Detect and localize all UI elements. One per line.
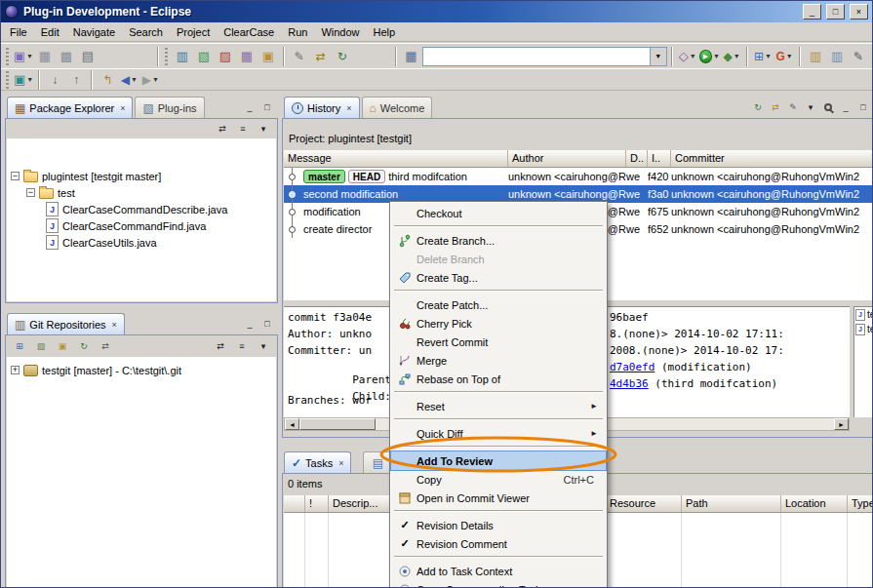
annotate-button[interactable]: ✎ — [289, 46, 310, 67]
minimize-view-button[interactable]: _ — [838, 99, 853, 114]
link-with-editor-button[interactable]: ⇄ — [215, 122, 230, 137]
menu-item-open-in-commit-viewer[interactable]: Open in Commit Viewer — [391, 489, 606, 507]
menu-item-reset[interactable]: Reset► — [391, 397, 606, 415]
refresh-button[interactable]: ↻ — [76, 339, 92, 354]
scroll-right-arrow[interactable]: ► — [834, 418, 849, 430]
column-header-date[interactable]: D.. — [626, 150, 648, 167]
collapse-all-button[interactable]: ≡ — [235, 122, 251, 137]
column-header-committer[interactable]: Committer — [671, 150, 872, 167]
collapse-toggle-icon[interactable]: − — [26, 188, 35, 197]
library2-button[interactable]: ▥ — [826, 46, 848, 67]
back-button[interactable]: ◀▼ — [118, 69, 139, 91]
menu-item-cherry-pick[interactable]: Cherry Pick — [391, 314, 606, 333]
tree-item-file[interactable]: J ClearCaseCommandFind.java — [7, 217, 276, 234]
debug-button[interactable]: ◆▼ — [721, 46, 742, 67]
filter-button[interactable]: ✎ — [785, 99, 801, 114]
tab-plugins[interactable]: ▧ Plug-ins — [135, 97, 204, 118]
toolbar-grip[interactable] — [165, 48, 168, 65]
menu-item-create-patch[interactable]: Create Patch... — [391, 295, 606, 314]
tree-item-project[interactable]: − plugintest [testgit master] — [7, 168, 276, 184]
column-header-resource[interactable]: Resource — [606, 495, 682, 512]
collapse-toggle-icon[interactable]: − — [11, 172, 20, 180]
menu-item-open-corresponding-task[interactable]: Open Corresponding Task — [391, 580, 606, 588]
java-browsing-button[interactable]: ▣▼ — [13, 69, 34, 91]
minimize-view-button[interactable]: _ — [242, 316, 258, 331]
menu-item-add-to-task-context[interactable]: Add to Task Context — [391, 562, 606, 580]
clearcase-update-button[interactable]: ▥ — [172, 46, 193, 67]
tab-git-repositories[interactable]: ▥ Git Repositories × — [7, 313, 125, 334]
external-tools-button[interactable]: ◇▼ — [677, 46, 698, 67]
column-header-priority[interactable]: ! — [305, 495, 329, 512]
column-header-path[interactable]: Path — [682, 495, 781, 512]
menu-run[interactable]: Run — [281, 23, 314, 41]
tree-item-file[interactable]: J ClearCaseUtils.java — [7, 234, 276, 251]
changed-file-item[interactable]: Jtes — [854, 322, 873, 336]
tab-close-icon[interactable]: × — [346, 103, 351, 113]
menu-item-revision-comment[interactable]: ✓Revision Comment — [391, 534, 606, 553]
parent-commit-link[interactable]: d7a0efd — [610, 361, 655, 373]
search-button[interactable] — [820, 99, 836, 114]
previous-annotation-button[interactable]: ↑ — [65, 69, 87, 91]
column-header-author[interactable]: Author — [508, 150, 626, 167]
column-header-message[interactable]: Message — [284, 150, 508, 167]
create-repository-button[interactable]: ▣ — [55, 339, 70, 354]
tab-problems[interactable]: ▤ — [363, 451, 392, 473]
minimize-button[interactable]: _ — [803, 4, 821, 20]
git-button[interactable]: G▼ — [774, 46, 795, 67]
forward-button[interactable]: ▶▼ — [139, 69, 161, 91]
column-header-type[interactable]: Type — [848, 495, 872, 512]
tree-item-folder[interactable]: − test — [7, 184, 276, 201]
maximize-view-button[interactable]: □ — [855, 99, 871, 114]
scroll-left-arrow[interactable]: ◄ — [285, 418, 299, 430]
add-repository-button[interactable]: ⊞ — [12, 339, 27, 354]
view-menu-button[interactable]: ▾ — [256, 339, 271, 354]
tab-close-icon[interactable]: × — [120, 103, 125, 113]
maximize-view-button[interactable]: □ — [259, 99, 275, 114]
table-row[interactable]: master HEAD third modifcation unknown <c… — [284, 168, 872, 185]
link-with-selection-button[interactable]: ⇄ — [213, 339, 228, 354]
refresh-button[interactable]: ↻ — [332, 46, 353, 67]
tree-item-file[interactable]: J ClearCaseCommandDescribe.java — [7, 201, 276, 217]
clearcase-checkin-button[interactable]: ▧ — [193, 46, 215, 67]
menu-navigate[interactable]: Navigate — [66, 23, 122, 41]
view-menu-button[interactable]: ▾ — [803, 99, 818, 114]
tab-tasks[interactable]: ✓ Tasks × — [284, 451, 351, 473]
library-button[interactable]: ▥ — [805, 46, 826, 67]
menu-clearcase[interactable]: ClearCase — [217, 23, 281, 41]
next-annotation-button[interactable]: ↓ — [44, 69, 65, 91]
toolbar-grip[interactable] — [6, 48, 9, 65]
combo-dropdown-button[interactable]: ▼ — [650, 48, 666, 65]
clearcase-undo-checkout-button[interactable]: ▦ — [236, 46, 258, 67]
tab-welcome[interactable]: ⌂ Welcome — [362, 97, 433, 118]
menu-file[interactable]: File — [3, 23, 34, 41]
combo-input[interactable] — [423, 48, 650, 65]
menu-item-rebase[interactable]: Rebase on Top of — [391, 370, 606, 388]
maximize-view-button[interactable]: □ — [259, 316, 275, 331]
hierarchy-toggle-button[interactable]: ⇄ — [98, 339, 113, 354]
compare-mode-button[interactable]: ⇄ — [768, 99, 783, 114]
junit-button[interactable]: ⊞▼ — [752, 46, 774, 67]
menu-help[interactable]: Help — [367, 23, 403, 41]
menu-window[interactable]: Window — [314, 23, 366, 41]
clearcase-checkout-button[interactable]: ▨ — [215, 46, 236, 67]
compare-button[interactable]: ⇄ — [310, 46, 332, 67]
tree-item-repository[interactable]: + testgit [master] - C:\testgit\.git — [7, 362, 276, 378]
close-button[interactable]: × — [850, 4, 868, 20]
tab-package-explorer[interactable]: ▦ Package Explorer × — [7, 97, 133, 118]
run-button[interactable]: ▶▼ — [698, 46, 721, 67]
column-header-location[interactable]: Location — [781, 495, 848, 512]
tab-close-icon[interactable]: × — [112, 320, 117, 330]
toolbar-grip[interactable] — [6, 71, 9, 89]
clearcase-find-checkouts-button[interactable]: ▣ — [258, 46, 279, 67]
menu-item-add-to-review[interactable]: Add To Review — [391, 451, 606, 470]
last-edit-location-button[interactable]: ↰ — [97, 69, 118, 91]
tab-close-icon[interactable]: × — [338, 458, 343, 468]
restore-button[interactable]: □ — [826, 4, 845, 20]
menu-item-create-branch[interactable]: Create Branch... — [391, 231, 606, 250]
save-button[interactable]: ▦ — [34, 46, 56, 67]
expand-toggle-icon[interactable]: + — [11, 366, 20, 374]
column-header-id[interactable]: I.. — [648, 150, 671, 167]
view-selector-button[interactable]: ▦ — [401, 46, 422, 67]
menu-item-revert-commit[interactable]: Revert Commit — [391, 333, 606, 351]
menu-search[interactable]: Search — [122, 23, 170, 41]
